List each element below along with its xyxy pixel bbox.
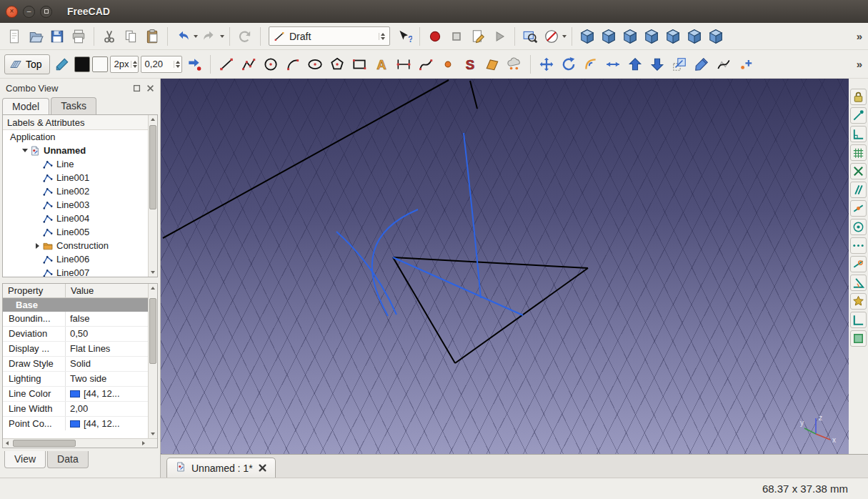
scroll-left-arrow[interactable] <box>3 439 11 448</box>
tree-item-line002[interactable]: Line002 <box>3 184 157 198</box>
construction-mode-button[interactable] <box>52 54 72 74</box>
snap-endpoint-button[interactable] <box>850 107 867 124</box>
draft-point-button[interactable] <box>438 54 458 74</box>
undo-button[interactable] <box>173 26 193 46</box>
tab-model[interactable]: Model <box>2 98 49 115</box>
window-minimize-button[interactable]: – <box>23 6 35 18</box>
property-row-boundin-[interactable]: Boundin...false <box>3 312 157 327</box>
draft-trim-button[interactable] <box>603 54 623 74</box>
snap-working-plane-button[interactable] <box>850 330 867 347</box>
draft-wire-to-bspline-button[interactable] <box>714 54 734 74</box>
window-maximize-button[interactable] <box>40 6 52 18</box>
refresh-button[interactable] <box>235 26 255 46</box>
view-rear-button[interactable] <box>663 26 683 46</box>
line-width-spin[interactable]: 2px <box>110 56 139 73</box>
tree-item-line[interactable]: Line <box>3 157 157 171</box>
scroll-right-arrow[interactable] <box>139 439 148 448</box>
tree-expander-icon[interactable] <box>33 243 42 249</box>
property-value[interactable]: 2,00 <box>66 402 157 416</box>
property-row-deviation[interactable]: Deviation0,50 <box>3 327 157 342</box>
draft-toolbar-overflow-button[interactable]: » <box>855 58 864 70</box>
view-right-button[interactable] <box>642 26 662 46</box>
property-value[interactable]: Two side <box>66 372 157 386</box>
snap-midpoint-button[interactable] <box>850 200 867 217</box>
save-document-button[interactable] <box>47 26 67 46</box>
view-axonometric-button[interactable] <box>577 26 597 46</box>
snap-grid-button[interactable] <box>850 144 867 161</box>
view-front-button[interactable] <box>599 26 619 46</box>
draft-offset-button[interactable] <box>581 54 601 74</box>
scrollbar-thumb[interactable] <box>13 440 76 447</box>
property-horizontal-scrollbar[interactable] <box>3 438 157 448</box>
property-row-lighting[interactable]: LightingTwo side <box>3 372 157 387</box>
zoom-region-button[interactable] <box>520 26 540 46</box>
window-close-button[interactable]: × <box>6 6 18 18</box>
macro-edit-button[interactable] <box>468 26 488 46</box>
draft-rotate-button[interactable] <box>559 54 579 74</box>
draft-scale-button[interactable] <box>669 54 689 74</box>
tree-item-line006[interactable]: Line006 <box>3 252 157 266</box>
draft-rectangle-button[interactable] <box>349 54 369 74</box>
document-tab[interactable]: Unnamed : 1* <box>166 458 276 478</box>
tab-view[interactable]: View <box>4 451 46 468</box>
print-button[interactable] <box>69 26 89 46</box>
draft-move-button[interactable] <box>537 54 557 74</box>
new-document-button[interactable] <box>4 26 24 46</box>
snap-lock-button[interactable] <box>850 89 867 105</box>
snap-ortho-button[interactable] <box>850 312 867 328</box>
text-scale-spin[interactable]: 0,20 <box>141 56 182 73</box>
snap-special-button[interactable] <box>850 293 867 310</box>
draft-clone-button[interactable] <box>504 54 524 74</box>
macro-stop-button[interactable] <box>447 26 467 46</box>
tree-item-line007[interactable]: Line007 <box>3 266 157 277</box>
property-value[interactable]: 0,50 <box>66 327 157 341</box>
redo-dropdown-icon[interactable] <box>220 35 224 38</box>
tab-tasks[interactable]: Tasks <box>51 97 96 114</box>
tree-item-line003[interactable]: Line003 <box>3 198 157 212</box>
property-group-base[interactable]: Base <box>3 298 157 312</box>
tree-vertical-scrollbar[interactable] <box>148 115 157 277</box>
macro-record-button[interactable] <box>425 26 445 46</box>
draft-circle-button[interactable] <box>261 54 281 74</box>
undo-dropdown-icon[interactable] <box>194 35 198 38</box>
draw-style-button[interactable] <box>542 26 562 46</box>
snap-perpendicular-button[interactable] <box>850 126 867 142</box>
view-bottom-button[interactable] <box>684 26 704 46</box>
tree-item-construction[interactable]: Construction <box>3 239 157 252</box>
draft-arc-button[interactable] <box>283 54 303 74</box>
working-plane-button[interactable]: Top <box>4 54 50 74</box>
tree-item-line001[interactable]: Line001 <box>3 171 157 184</box>
draft-line-button[interactable] <box>216 54 236 74</box>
macro-play-button[interactable] <box>489 26 509 46</box>
line-color-swatch[interactable] <box>74 56 90 72</box>
snap-intersection-button[interactable] <box>850 163 867 179</box>
property-row-line-width[interactable]: Line Width2,00 <box>3 402 157 417</box>
scroll-up-arrow[interactable] <box>149 115 157 124</box>
spinner-arrows-icon[interactable] <box>131 61 139 68</box>
draft-dimension-button[interactable] <box>394 54 414 74</box>
scroll-up-arrow[interactable] <box>149 284 157 292</box>
whats-this-button[interactable]: ? <box>394 26 414 46</box>
draft-facebinder-button[interactable] <box>482 54 502 74</box>
spinner-arrows-icon[interactable] <box>174 61 181 68</box>
draft-downgrade-button[interactable] <box>647 54 667 74</box>
property-value[interactable]: false <box>66 312 157 326</box>
draft-shapestring-button[interactable]: S <box>460 54 480 74</box>
paste-button[interactable] <box>142 26 162 46</box>
tree-item-unnamed[interactable]: Unnamed <box>3 144 157 157</box>
property-vertical-scrollbar[interactable] <box>148 284 157 438</box>
property-value[interactable]: [44, 12... <box>66 387 157 401</box>
draw-style-dropdown-icon[interactable] <box>562 35 567 38</box>
apply-style-button[interactable] <box>184 54 204 74</box>
toolbar-overflow-button[interactable]: » <box>855 30 864 42</box>
tree-item-line005[interactable]: Line005 <box>3 225 157 239</box>
snap-parallel-button[interactable] <box>850 182 867 198</box>
tree-item-line004[interactable]: Line004 <box>3 212 157 225</box>
3d-viewport[interactable]: zyx <box>161 79 849 454</box>
dock-close-button[interactable] <box>145 83 156 94</box>
copy-button[interactable] <box>121 26 141 46</box>
snap-near-button[interactable] <box>850 256 867 272</box>
scrollbar-thumb[interactable] <box>149 298 156 364</box>
property-row-draw-style[interactable]: Draw StyleSolid <box>3 357 157 372</box>
draft-bspline-button[interactable] <box>416 54 436 74</box>
